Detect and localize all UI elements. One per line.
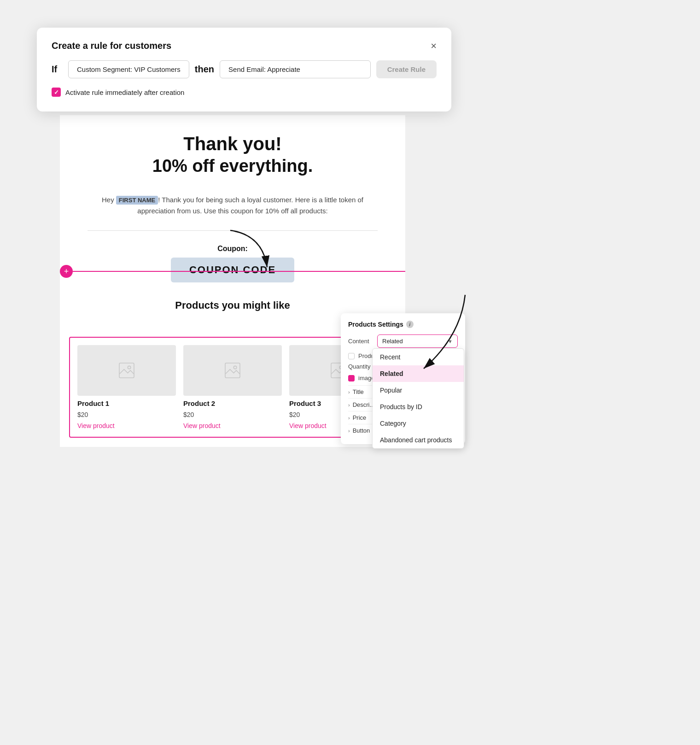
email-body: Hey FIRST NAME! Thank you for being such… (60, 185, 405, 226)
content-row: Content Related ▼ (348, 334, 458, 348)
first-name-tag: FIRST NAME (116, 196, 158, 205)
chevron-down-icon: ▼ (448, 339, 453, 344)
if-label: If (52, 64, 63, 75)
image-placeholder-icon (117, 361, 136, 380)
title-row-label: Title (353, 388, 364, 395)
settings-title-text: Products Settings (348, 321, 403, 328)
body-part2: ! Thank you for being such a loyal custo… (137, 196, 363, 215)
segment-selector[interactable]: Custom Segment: VIP Customers (68, 60, 189, 78)
activate-label: Activate rule immediately after creation (65, 88, 184, 96)
close-button[interactable]: × (431, 41, 437, 51)
product-name-2: Product 2 (183, 399, 282, 407)
activate-checkbox[interactable] (52, 88, 61, 97)
chevron-right-icon-price: › (348, 415, 350, 421)
dropdown-item-category[interactable]: Category (373, 415, 464, 432)
add-section-button[interactable]: + (60, 265, 73, 278)
svg-point-2 (128, 366, 130, 369)
info-icon: i (406, 321, 414, 328)
products-title: Products you might like (69, 299, 396, 311)
chevron-right-icon-title: › (348, 389, 350, 395)
product-card-2: Product 2 $20 View product (183, 345, 282, 429)
chevron-right-icon-desc: › (348, 402, 350, 408)
content-selected-value: Related (382, 338, 403, 345)
add-section-row: + (60, 265, 405, 278)
settings-panel-title: Products Settings i (348, 321, 458, 328)
dropdown-item-products-by-id[interactable]: Products by ID (373, 399, 464, 415)
chevron-right-icon-button: › (348, 428, 350, 434)
then-label: then (195, 64, 214, 75)
product-price-1: $20 (77, 411, 176, 418)
coupon-label: Coupon: (69, 245, 396, 253)
email-header: Thank you! 10% off everything. (60, 115, 405, 185)
product-link-1[interactable]: View product (77, 422, 176, 429)
activate-row: Activate rule immediately after creation (52, 88, 437, 97)
svg-rect-3 (225, 363, 240, 378)
dropdown-item-recent[interactable]: Recent (373, 349, 464, 365)
product-image-2 (183, 345, 282, 396)
dropdown-item-popular[interactable]: Popular (373, 382, 464, 399)
modal-header: Create a rule for customers × (52, 41, 437, 51)
dropdown-item-related[interactable]: Related (373, 365, 464, 382)
quantity-label: Quantity (348, 363, 370, 370)
thank-you-heading: Thank you! (69, 134, 396, 154)
content-select[interactable]: Related ▼ (377, 334, 458, 348)
discount-heading: 10% off everything. (69, 156, 396, 176)
rule-row: If Custom Segment: VIP Customers then Se… (52, 60, 437, 78)
modal-title: Create a rule for customers (52, 41, 171, 51)
content-dropdown-menu: Recent Related Popular Products by ID Ca… (372, 348, 464, 449)
product-link-2[interactable]: View product (183, 422, 282, 429)
email-divider (88, 230, 378, 231)
create-rule-modal: Create a rule for customers × If Custom … (37, 28, 451, 111)
coupon-section: Coupon: COUPON CODE (60, 235, 405, 292)
product-price-2: $20 (183, 411, 282, 418)
action-selector[interactable]: Send Email: Appreciate (220, 60, 371, 78)
button-row-label: Button (353, 427, 370, 434)
body-part1: Hey (102, 196, 116, 204)
content-label: Content (348, 338, 373, 345)
svg-point-4 (233, 366, 236, 369)
product-name-1: Product 1 (77, 399, 176, 407)
image-checkbox[interactable] (348, 375, 355, 381)
dropdown-item-abandoned-cart[interactable]: Abandoned cart products (373, 432, 464, 448)
description-row-label: Descri... (353, 401, 375, 408)
product-checkbox[interactable] (348, 353, 355, 359)
svg-rect-1 (119, 363, 134, 378)
image-placeholder-icon-2 (223, 361, 242, 380)
section-divider-line (73, 271, 405, 272)
price-row-label: Price (353, 414, 367, 421)
create-rule-button[interactable]: Create Rule (376, 60, 437, 78)
product-image-1 (77, 345, 176, 396)
product-card-1: Product 1 $20 View product (77, 345, 176, 429)
